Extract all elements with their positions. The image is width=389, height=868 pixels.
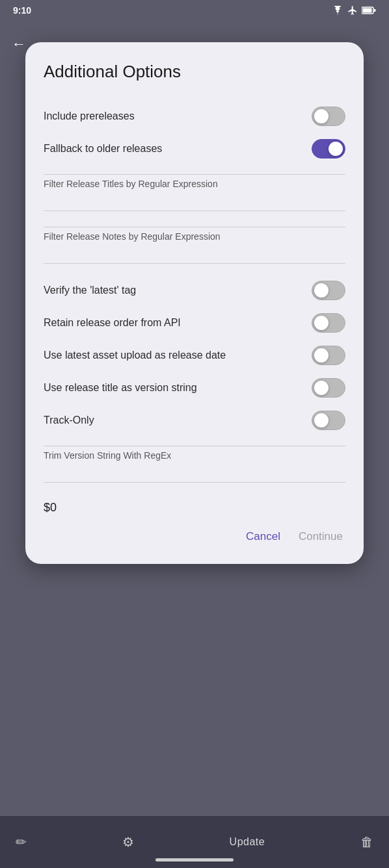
release-title-version-label: Use release title as version string [44, 381, 312, 395]
fallback-older-toggle[interactable] [312, 139, 345, 159]
option-retain-release-order: Retain release order from API [44, 307, 345, 339]
additional-options-dialog: Additional Options Include prereleases F… [25, 42, 364, 564]
filter-notes-section: Filter Release Notes by Regular Expressi… [44, 227, 345, 270]
verify-latest-toggle[interactable] [312, 281, 345, 300]
verify-latest-label: Verify the 'latest' tag [44, 283, 312, 298]
edit-icon[interactable]: ✏ [16, 834, 27, 850]
latest-asset-upload-toggle[interactable] [312, 346, 345, 365]
home-indicator [155, 858, 234, 862]
time-display: 9:10 [13, 5, 31, 16]
airplane-icon [347, 5, 358, 16]
battery-icon [362, 6, 376, 14]
option-track-only: Track-Only [44, 404, 345, 437]
svg-rect-2 [374, 9, 376, 12]
filter-notes-input[interactable] [44, 244, 345, 264]
include-prereleases-toggle[interactable] [312, 107, 345, 126]
fallback-older-label: Fallback to older releases [44, 142, 312, 156]
option-release-title-version: Use release title as version string [44, 372, 345, 404]
release-title-version-toggle[interactable] [312, 378, 345, 398]
option-verify-latest: Verify the 'latest' tag [44, 274, 345, 307]
update-label[interactable]: Update [230, 836, 265, 848]
option-fallback-older: Fallback to older releases [44, 133, 345, 165]
track-only-toggle[interactable] [312, 411, 345, 430]
retain-release-order-label: Retain release order from API [44, 316, 312, 330]
back-button[interactable]: ← [12, 36, 26, 53]
continue-button[interactable]: Continue [296, 525, 345, 548]
cancel-button[interactable]: Cancel [243, 525, 283, 548]
filter-titles-label: Filter Release Titles by Regular Express… [44, 179, 345, 189]
retain-release-order-toggle[interactable] [312, 313, 345, 333]
include-prereleases-label: Include prereleases [44, 109, 312, 123]
trim-version-section: Trim Version String With RegEx [44, 446, 345, 489]
status-bar: 9:10 [0, 0, 389, 21]
settings-icon[interactable]: ⚙ [122, 834, 134, 850]
delete-icon[interactable]: 🗑 [360, 835, 373, 850]
filter-notes-label: Filter Release Notes by Regular Expressi… [44, 231, 345, 242]
divider-2 [44, 227, 345, 227]
dialog-title: Additional Options [44, 62, 345, 82]
filter-titles-input[interactable] [44, 192, 345, 211]
trim-version-label: Trim Version String With RegEx [44, 450, 345, 461]
dialog-buttons: Cancel Continue [44, 525, 345, 548]
price-display: $0 [44, 501, 345, 515]
option-latest-asset-upload: Use latest asset upload as release date [44, 339, 345, 372]
wifi-icon [332, 6, 343, 15]
trim-version-input[interactable] [44, 463, 345, 483]
divider-3 [44, 446, 345, 446]
latest-asset-upload-label: Use latest asset upload as release date [44, 348, 312, 363]
divider-1 [44, 174, 345, 175]
svg-rect-1 [363, 8, 372, 13]
filter-titles-section: Filter Release Titles by Regular Express… [44, 174, 345, 218]
status-icons [332, 5, 376, 16]
option-include-prereleases: Include prereleases [44, 100, 345, 133]
track-only-label: Track-Only [44, 413, 312, 428]
